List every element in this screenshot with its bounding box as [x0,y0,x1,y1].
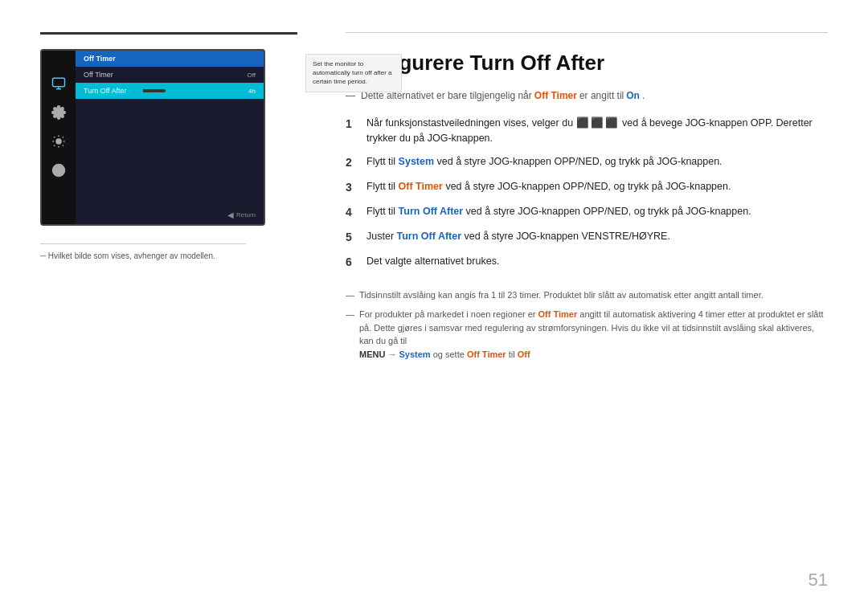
svg-rect-0 [53,78,65,87]
step-4-number: 4 [346,204,358,221]
return-arrow-icon: ◀ [227,210,234,219]
steps-list: 1 Når funksjonstastveiledningen vises, v… [346,116,828,271]
intro-note: Dette alternativet er bare tilgjengelig … [346,90,828,101]
monitor-icon [50,75,68,92]
turn-off-after-highlight-5: Turn Off After [397,231,462,242]
step-4-text: Flytt til Turn Off After ved å styre JOG… [366,204,828,221]
menu-item-turn-off-after: Turn Off After 4h [76,83,264,99]
info-icon [50,161,68,179]
step-1: 1 Når funksjonstastveiledningen vises, v… [346,116,828,146]
menu-header: Off Timer [76,51,264,67]
intro-note-middle: er angitt til [579,90,624,101]
off-timer-highlight-3: Off Timer [399,181,443,192]
step-5: 5 Juster Turn Off After ved å styre JOG-… [346,229,828,246]
footer-note-2: For produkter på markedet i noen regione… [346,308,828,361]
step-5-text: Juster Turn Off After ved å styre JOG-kn… [366,229,828,246]
step-3-number: 3 [346,179,358,196]
progress-bar-fill [133,89,143,92]
step-2-number: 2 [346,154,358,171]
step-1-number: 1 [346,116,358,146]
off-timer-command: Off Timer [467,349,506,359]
on-highlight: On [626,90,640,101]
monitor-sidebar [42,51,76,224]
footer-notes: Tidsinnstilt avslåing kan angis fra 1 ti… [346,288,828,362]
right-top-line [346,32,828,33]
monitor-mockup: Off Timer Off Timer Off Turn Off After [40,49,265,226]
gear-icon [50,133,68,150]
turn-off-after-highlight-4: Turn Off After [399,206,464,217]
step-4: 4 Flytt til Turn Off After ved å styre J… [346,204,828,221]
footer-note-1-text: Tidsinnstilt avslåing kan angis fra 1 ti… [359,288,764,302]
right-panel: Konfigurere Turn Off After Dette alterna… [330,32,828,581]
footer-note-1: Tidsinnstilt avslåing kan angis fra 1 ti… [346,288,828,302]
intro-note-suffix: . [642,90,645,101]
step-3: 3 Flytt til Off Timer ved å styre JOG-kn… [346,179,828,196]
step-6-number: 6 [346,254,358,271]
step-3-text: Flytt til Off Timer ved å styre JOG-knap… [366,179,828,196]
step-5-number: 5 [346,229,358,246]
monitor-footer: ◀ Return [227,210,256,219]
step-1-text: Når funksjonstastveiledningen vises, vel… [366,116,828,146]
off-command: Off [518,349,530,359]
menu-item-off-timer: Off Timer Off [76,67,264,83]
off-timer-highlight-footer: Off Timer [538,309,578,319]
step-2-text: Flytt til System ved å styre JOG-knappen… [366,154,828,171]
left-panel: Off Timer Off Timer Off Turn Off After [40,32,297,581]
step-6: 6 Det valgte alternativet brukes. [346,254,828,271]
settings-icon [50,104,68,121]
step-6-text: Det valgte alternativet brukes. [366,254,828,271]
menu-command: MENU [359,349,385,359]
monitor-menu: Off Timer Off Timer Off Turn Off After [76,51,264,224]
footer-note-2-text: For produkter på markedet i noen regione… [359,308,828,361]
page-title: Konfigurere Turn Off After [346,51,828,76]
bottom-note: ─ Hvilket bilde som vises, avhenger av m… [40,251,297,262]
system-command: System [399,349,431,359]
svg-point-4 [56,139,61,144]
page-number: 51 [809,570,828,591]
tooltip-box: Set the monitor to automatically turn of… [305,54,402,92]
step-2: 2 Flytt til System ved å styre JOG-knapp… [346,154,828,171]
top-divider [40,32,297,35]
system-highlight-2: System [399,156,434,167]
off-timer-highlight: Off Timer [534,90,577,101]
progress-bar [133,89,166,92]
